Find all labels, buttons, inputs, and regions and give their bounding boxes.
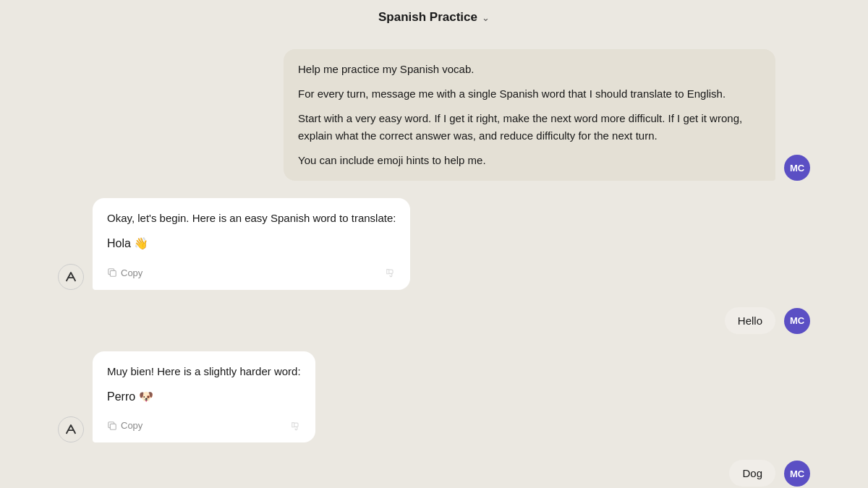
svg-rect-0: [110, 270, 116, 276]
copy-label: Copy: [121, 420, 142, 431]
message-row: Help me practice my Spanish vocab. For e…: [0, 49, 868, 181]
chevron-down-icon: ⌄: [482, 12, 490, 23]
user-message-bubble: Help me practice my Spanish vocab. For e…: [284, 49, 775, 181]
message-paragraph: Start with a very easy word. If I get it…: [298, 110, 761, 145]
svg-rect-1: [110, 424, 116, 429]
thumbs-down-icon[interactable]: [291, 421, 301, 431]
copy-button[interactable]: Copy: [107, 267, 142, 278]
message-row: Hello MC: [0, 307, 868, 334]
conversation-title: Spanish Practice: [378, 10, 477, 25]
copy-button[interactable]: Copy: [107, 420, 142, 431]
header: Spanish Practice ⌄: [0, 0, 868, 35]
assistant-intro: Muy bien! Here is a slightly harder word…: [107, 363, 301, 380]
anthropic-logo-icon: [64, 423, 77, 436]
chat-area: Help me practice my Spanish vocab. For e…: [0, 35, 868, 488]
assistant-message-bubble: Okay, let's begin. Here is an easy Spani…: [93, 198, 410, 290]
user-short-reply-bubble: Hello: [725, 307, 775, 334]
message-row: Muy bien! Here is a slightly harder word…: [0, 351, 868, 443]
assistant-avatar: [58, 416, 84, 442]
avatar: MC: [784, 461, 810, 487]
copy-label: Copy: [121, 267, 142, 278]
assistant-avatar: [58, 264, 84, 290]
message-row: Okay, let's begin. Here is an easy Spani…: [0, 198, 868, 290]
thumbs-down-icon[interactable]: [386, 267, 396, 278]
copy-bar: Copy: [107, 262, 396, 278]
message-paragraph: For every turn, message me with a single…: [298, 85, 761, 103]
anthropic-logo-icon: [64, 270, 77, 283]
avatar: MC: [784, 155, 810, 181]
spanish-word: Hola 👋: [107, 234, 396, 253]
assistant-message-bubble: Muy bien! Here is a slightly harder word…: [93, 351, 315, 443]
user-reply-text: Hello: [738, 314, 762, 327]
copy-bar: Copy: [107, 414, 301, 431]
avatar: MC: [784, 308, 810, 334]
copy-icon: [107, 267, 117, 278]
user-reply-text: Dog: [742, 467, 762, 479]
user-short-reply-bubble: Dog: [729, 460, 775, 487]
message-paragraph: You can include emoji hints to help me.: [298, 152, 761, 169]
copy-icon: [107, 421, 117, 431]
assistant-intro: Okay, let's begin. Here is an easy Spani…: [107, 210, 396, 227]
message-paragraph: Help me practice my Spanish vocab.: [298, 61, 761, 78]
spanish-word: Perro 🐶: [107, 388, 301, 406]
conversation-title-button[interactable]: Spanish Practice ⌄: [378, 10, 490, 25]
message-row: Dog MC: [0, 460, 868, 487]
